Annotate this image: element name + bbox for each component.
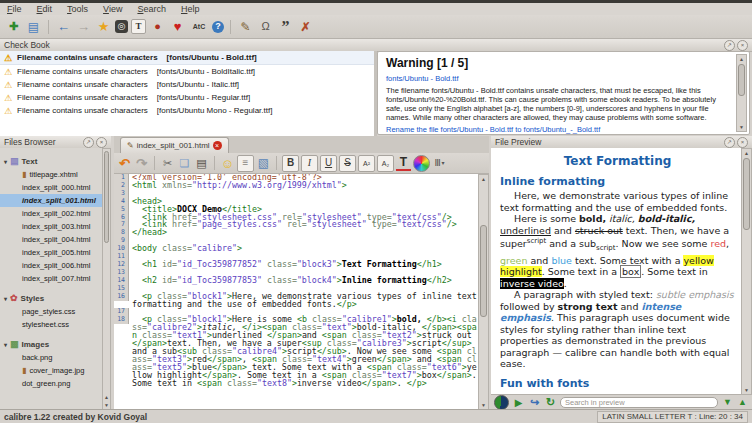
code-text[interactable]: <h1 id="id_Toc359877852" class="block3">… [129,261,480,269]
file-item-stylesheet.css[interactable]: stylesheet.css [0,318,104,331]
scroll-up-icon[interactable]: ▲ [479,175,488,183]
live-preview-icon[interactable] [494,395,509,410]
sync-position-icon[interactable]: ↪ [528,396,541,409]
scroll-up-icon[interactable]: ▲ [737,55,746,63]
chevron-down-icon[interactable]: ▾ [4,341,7,348]
code-text[interactable]: <body class="calibre"> [129,245,480,253]
tab-close-icon[interactable]: × [213,141,222,150]
refresh-preview-icon[interactable]: ▶ [512,396,525,409]
scroll-down-icon[interactable]: ▼ [103,401,110,409]
check-book-item[interactable]: ⚠Filename contains unsafe characters[fon… [0,104,374,117]
file-item-index_split_002.html[interactable]: index_split_002.html [0,207,104,220]
preview-search-input[interactable] [560,397,718,408]
tree-section-text[interactable]: ▾▤Text [0,154,104,168]
reload-icon[interactable]: ↻ [544,396,557,409]
scroll-down-icon[interactable]: ▼ [479,401,488,409]
close-icon[interactable]: × [737,137,748,148]
scroll-up-icon[interactable]: ▲ [742,149,751,157]
scrollbar-thumb[interactable] [104,151,109,243]
back-icon[interactable]: ← [55,18,72,35]
editor-scrollbar[interactable]: ▲ ▼ [478,174,489,410]
copy-icon[interactable]: ❏ [177,156,192,171]
check-book-item[interactable]: ⚠Filename contains unsafe characters[fon… [0,91,374,104]
undock-icon[interactable]: ↗ [724,40,735,51]
tree-section-images[interactable]: ▾▩Images [0,337,104,351]
donate-icon[interactable]: ♥ [169,18,186,35]
undock-icon[interactable]: ↗ [724,137,735,148]
help-icon[interactable]: ? [212,21,224,33]
cut-icon[interactable]: ✂ [160,156,175,171]
redo-icon[interactable]: ↷ [134,156,149,171]
underline-icon[interactable]: U [320,155,337,172]
subscript-icon[interactable]: A₂ [377,155,394,172]
strikethrough-icon[interactable]: S [339,155,356,172]
font-size-icon[interactable]: T [131,19,146,34]
file-item-index_split_001.html[interactable]: index_split_001.html [0,194,104,207]
chevron-down-icon[interactable]: ▾ [4,158,7,165]
remove-unused-css-icon[interactable]: ✗ [297,18,314,35]
check-book-icon[interactable]: ● [149,18,166,35]
superscript-icon[interactable]: A² [358,155,375,172]
code-text[interactable]: <p class="block1">Here, we demonstrate v… [129,293,480,309]
check-book-item[interactable]: ⚠Filename contains unsafe characters[fon… [0,51,374,65]
scrollbar-thumb[interactable] [743,158,750,230]
new-file-icon[interactable]: ✚ [5,18,22,35]
code-text[interactable]: <link href="page_styles.css" rel="styles… [129,221,480,229]
tab-index-split-001[interactable]: ✎ index_split_001.html × [120,137,229,153]
insert-block-icon[interactable]: ≡ [237,155,254,172]
chevron-down-icon[interactable]: ▾ [4,295,7,302]
color-wheel-icon[interactable] [413,155,430,172]
code-text[interactable]: <html xmlns="http://www.w3.org/1999/xhtm… [129,182,480,190]
insert-smiley-icon[interactable]: ☺ [220,156,235,171]
warning-scrollbar[interactable]: ▲ ▼ [736,54,747,132]
menu-search[interactable]: Search [137,4,166,14]
file-item-index_split_005.html[interactable]: index_split_005.html [0,246,104,259]
file-item-cover_image.jpg[interactable]: ▮cover_image.jpg [0,364,104,377]
menu-edit[interactable]: Edit [37,4,53,14]
italic-icon[interactable]: I [301,155,318,172]
file-item-index_split_003.html[interactable]: index_split_003.html [0,220,104,233]
scroll-up-icon[interactable]: ▲ [103,393,110,401]
code-text[interactable]: <h2 id="id_Toc359877853" class="block4">… [129,277,480,285]
manage-fonts-icon[interactable]: ◎ [115,20,128,33]
undo-icon[interactable]: ↶ [117,156,132,171]
file-item-index_split_006.html[interactable]: index_split_006.html [0,259,104,272]
code-text[interactable] [129,190,480,198]
menu-help[interactable]: Help [181,4,200,14]
file-item-index_split_007.html[interactable]: index_split_007.html [0,272,104,285]
file-item-page_styles.css[interactable]: page_styles.css [0,305,104,318]
scroll-down-icon[interactable]: ▼ [737,123,746,131]
find-previous-icon[interactable]: ▲ [736,396,749,409]
paste-icon[interactable]: ▤ [194,156,209,171]
smarten-punctuation-icon[interactable]: ” [277,18,294,35]
arrange-files-icon[interactable]: ✎ [237,18,254,35]
insert-image-icon[interactable]: ▧ [256,156,271,171]
check-book-item[interactable]: ⚠Filename contains unsafe characters[fon… [0,78,374,91]
bold-icon[interactable]: B [282,155,299,172]
files-scrollbar[interactable]: ▲ ▼ [102,148,111,410]
save-icon[interactable]: ▤ [25,18,42,35]
close-icon[interactable]: × [737,40,748,51]
check-book-item[interactable]: ⚠Filename contains unsafe characters[fon… [0,65,374,78]
menu-view[interactable]: View [103,4,122,14]
menu-file[interactable]: File [7,4,22,14]
preview-scrollbar[interactable]: ▲ ▼ [741,148,752,395]
warning-file-link[interactable]: fonts/Ubuntu - Bold.ttf [386,74,733,83]
scrollbar-thumb[interactable] [480,225,487,317]
file-item-back.png[interactable]: back.png [0,351,104,364]
code-area[interactable]: 1<?xml version='1.0' encoding='utf-8'?>2… [114,174,480,410]
forward-icon[interactable]: → [75,18,92,35]
find-next-icon[interactable]: ▼ [721,396,734,409]
menu-tools[interactable]: Tools [67,4,88,14]
scrollbar-thumb[interactable] [738,64,745,96]
scroll-down-icon[interactable]: ▼ [742,386,751,394]
text-color-icon[interactable]: T [396,156,411,171]
undock-icon[interactable]: ↗ [83,137,94,148]
code-text[interactable]: </head> [129,229,480,237]
file-item-titlepage.xhtml[interactable]: ▮titlepage.xhtml [0,168,104,181]
rename-file-link[interactable]: Rename the file fonts/Ubuntu - Bold.ttf … [386,125,733,134]
insert-tag-icon[interactable]: Ⅲ▾ [432,156,447,171]
wizard-icon[interactable]: ★ [95,18,112,35]
code-text[interactable]: <p class="block1">Here is some <b class=… [129,316,480,387]
tree-section-styles[interactable]: ▾✿Styles [0,291,104,305]
